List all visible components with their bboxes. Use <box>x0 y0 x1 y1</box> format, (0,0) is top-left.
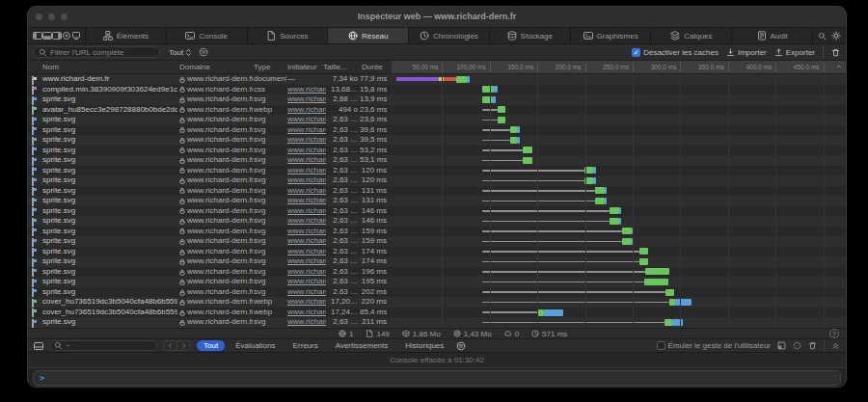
column-header-nom[interactable]: Nom <box>42 63 59 71</box>
device-icon[interactable] <box>71 31 81 40</box>
request-row[interactable]: sprite.svgwww.richard-dern.frsvgwww.rich… <box>28 216 846 227</box>
tab-elements[interactable]: Éléments <box>86 28 167 43</box>
console-drawer-icon[interactable] <box>34 341 43 351</box>
request-row[interactable]: www.richard-dern.frwww.richard-dern.frdo… <box>28 74 846 85</box>
waterfall-bar[interactable] <box>392 287 846 298</box>
console-scope-historiques[interactable]: Historiques <box>398 340 450 351</box>
waterfall-bar[interactable] <box>392 175 846 186</box>
tab-graphismes[interactable]: Graphismes <box>571 28 652 43</box>
request-row[interactable]: sprite.svgwww.richard-dern.frsvgwww.rich… <box>28 155 846 166</box>
request-type: svg <box>254 186 286 197</box>
waterfall-segment-wait <box>482 170 584 172</box>
request-row[interactable]: sprite.svgwww.richard-dern.frsvgwww.rich… <box>28 115 846 125</box>
waterfall-bar[interactable] <box>392 135 846 146</box>
request-row[interactable]: sprite.svgwww.richard-dern.frsvgwww.rich… <box>28 125 846 136</box>
request-row[interactable]: sprite.svgwww.richard-dern.frsvgwww.rich… <box>28 196 846 206</box>
emulate-user-gesture-checkbox[interactable]: Émuler le geste de l'utilisateur <box>657 341 771 350</box>
request-row[interactable]: sprite.svgwww.richard-dern.frsvgwww.rich… <box>28 247 846 257</box>
waterfall-bar[interactable] <box>392 155 846 166</box>
console-scope-avertissements[interactable]: Avertissements <box>329 340 395 351</box>
dock-bottom-icon[interactable] <box>42 31 52 40</box>
disable-caches-checkbox[interactable]: ✓ Désactiver les caches <box>632 48 719 57</box>
request-row[interactable]: sprite.svgwww.richard-dern.frsvgwww.rich… <box>28 267 846 278</box>
search-icon[interactable] <box>818 32 827 40</box>
request-row[interactable]: sprite.svgwww.richard-dern.frsvgwww.rich… <box>28 146 846 156</box>
console-filter-icon[interactable] <box>456 341 466 351</box>
request-row[interactable]: sprite.svgwww.richard-dern.frsvgwww.rich… <box>28 287 846 298</box>
waterfall-bar[interactable] <box>392 227 846 237</box>
console-scope-tout[interactable]: Tout <box>197 340 225 351</box>
tab-audit[interactable]: Audit <box>732 28 813 43</box>
tab-console[interactable]: Console <box>167 28 248 43</box>
waterfall-bar[interactable] <box>392 236 846 247</box>
waterfall-scale-chevron-icon[interactable] <box>835 63 843 70</box>
waterfall-bar[interactable] <box>392 206 846 217</box>
request-row[interactable]: compiled.min.38390909f303624ed9e1cf1bd3f… <box>28 85 846 95</box>
console-scope-erreurs[interactable]: Erreurs <box>285 340 324 351</box>
waterfall-bar[interactable] <box>392 146 846 156</box>
console-scope-evaluations[interactable]: Évaluations <box>229 340 282 351</box>
waterfall-bar[interactable] <box>392 216 846 227</box>
request-row[interactable]: cover_hu736519dc3b5040cfa48b6b559b6da6ec… <box>28 297 846 308</box>
dock-undock-icon[interactable] <box>52 31 62 40</box>
waterfall-header[interactable]: 50,00 ms100,00 ms150,0 ms200,0 ms250,0 m… <box>392 61 846 73</box>
resource-type-select[interactable]: Tout <box>169 48 192 57</box>
waterfall-bar[interactable] <box>392 105 846 116</box>
tab-stockage[interactable]: Stockage <box>490 28 571 43</box>
request-row[interactable]: sprite.svgwww.richard-dern.frsvgwww.rich… <box>28 256 846 267</box>
waterfall-bar[interactable] <box>392 186 846 197</box>
column-header-initiateur[interactable]: Initiateur <box>287 63 317 71</box>
waterfall-bar[interactable] <box>392 125 846 136</box>
waterfall-bar[interactable] <box>392 196 846 206</box>
find-previous-icon[interactable] <box>164 341 177 350</box>
request-row[interactable]: sprite.svgwww.richard-dern.frsvgwww.rich… <box>28 277 846 287</box>
clear-network-trash-icon[interactable] <box>831 48 840 57</box>
request-row[interactable]: sprite.svgwww.richard-dern.frsvgwww.rich… <box>28 227 846 237</box>
settings-gear-icon[interactable] <box>831 31 841 40</box>
waterfall-bar[interactable] <box>392 308 846 318</box>
request-row[interactable]: avatar_hu85ecc3e298728880b0bde2dcc4e5c23… <box>28 105 846 116</box>
request-row[interactable]: sprite.svgwww.richard-dern.frsvgwww.rich… <box>28 175 846 186</box>
request-row[interactable]: cover_hu736519dc3b5040cfa48b6b559b6da6ec… <box>28 308 846 318</box>
tab-sources[interactable]: Sources <box>248 28 329 43</box>
waterfall-bar[interactable] <box>392 277 846 287</box>
waterfall-bar[interactable] <box>392 267 846 278</box>
tab-reseau[interactable]: Réseau <box>328 28 409 43</box>
inspect-element-icon[interactable] <box>62 31 71 40</box>
dock-side-icon[interactable] <box>33 31 42 40</box>
waterfall-bar[interactable] <box>392 115 846 125</box>
request-row[interactable]: sprite.svgwww.richard-dern.frsvgwww.rich… <box>28 186 846 197</box>
console-scope-circle-icon[interactable] <box>793 341 801 350</box>
request-row[interactable]: sprite.svgwww.richard-dern.frsvgwww.rich… <box>28 317 846 328</box>
waterfall-bar[interactable] <box>392 317 846 328</box>
column-header-type[interactable]: Type <box>254 63 270 71</box>
waterfall-bar[interactable] <box>392 85 846 95</box>
waterfall-bar[interactable] <box>392 94 846 105</box>
console-search-input[interactable] <box>49 340 157 351</box>
waterfall-bar[interactable] <box>392 74 846 85</box>
tab-chronologies[interactable]: Chronologies <box>409 28 490 43</box>
request-row[interactable]: sprite.svgwww.richard-dern.frsvgwww.rich… <box>28 206 846 217</box>
tab-calques[interactable]: Calques <box>651 28 732 43</box>
clear-console-trash-icon[interactable] <box>808 341 817 350</box>
import-button[interactable]: Importer <box>726 48 767 57</box>
column-header-taille[interactable]: Taille... <box>323 63 347 71</box>
column-header-dure[interactable]: Durée <box>362 63 383 71</box>
filter-options-icon[interactable] <box>199 47 208 57</box>
console-input[interactable]: > <box>33 370 841 386</box>
column-header-domaine[interactable]: Domaine <box>179 63 210 71</box>
waterfall-bar[interactable] <box>392 256 846 267</box>
request-row[interactable]: sprite.svgwww.richard-dern.frsvgwww.rich… <box>28 166 846 176</box>
request-row[interactable]: sprite.svgwww.richard-dern.frsvgwww.rich… <box>28 135 846 146</box>
export-button[interactable]: Exporter <box>774 48 815 57</box>
help-icon[interactable]: ? <box>829 329 839 338</box>
waterfall-bar[interactable] <box>392 166 846 176</box>
waterfall-bar[interactable] <box>392 297 846 308</box>
expand-console-chevrons-icon[interactable] <box>831 341 840 350</box>
find-next-icon[interactable] <box>177 341 190 350</box>
waterfall-bar[interactable] <box>392 247 846 257</box>
url-filter-input[interactable]: Filtrer l'URL complète <box>33 46 160 58</box>
console-frame-icon[interactable] <box>777 341 786 350</box>
request-row[interactable]: sprite.svgwww.richard-dern.frsvgwww.rich… <box>28 94 846 105</box>
request-row[interactable]: sprite.svgwww.richard-dern.frsvgwww.rich… <box>28 236 846 247</box>
